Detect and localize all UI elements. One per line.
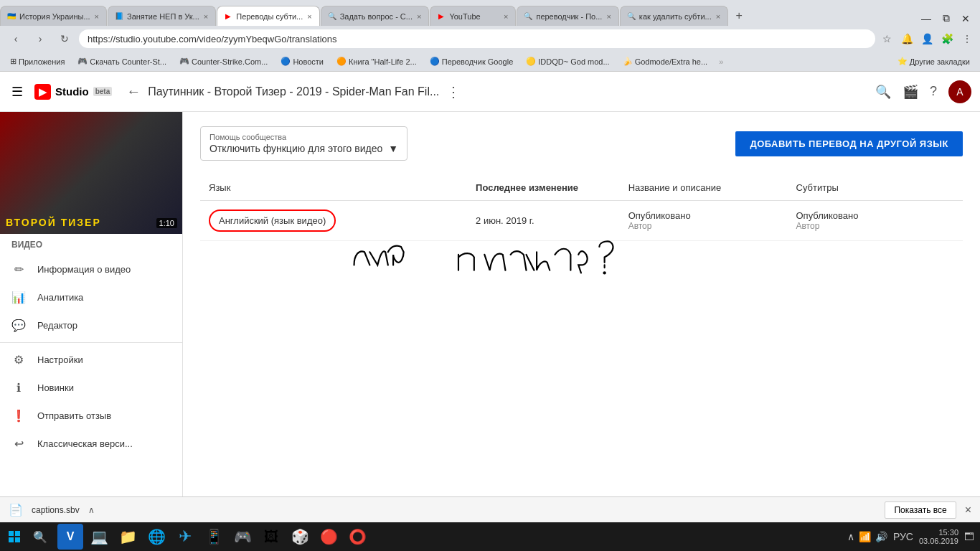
- taskbar-clock[interactable]: 15:30 03.06.2019: [919, 528, 958, 545]
- new-tab-button[interactable]: +: [729, 6, 749, 26]
- windows-logo: [9, 531, 20, 542]
- bookmark-counter-com[interactable]: 🎮 Counter-Strike.Com...: [175, 55, 272, 67]
- back-nav-button[interactable]: ‹: [6, 29, 26, 49]
- video-camera-icon[interactable]: 🎬: [903, 84, 918, 100]
- chrome-menu-icon[interactable]: ⋮: [960, 32, 974, 46]
- sidebar-item-analytics[interactable]: 📊 Аналитика: [0, 283, 182, 311]
- taskbar-app-telegram[interactable]: ✈: [172, 524, 198, 550]
- tab-perevodchik[interactable]: 🔍 переводчик - По... ×: [517, 6, 618, 26]
- tab-close-3[interactable]: ×: [306, 11, 313, 22]
- col-header-title: Название и описание: [620, 175, 788, 201]
- search-icon[interactable]: 🔍: [875, 84, 891, 100]
- address-icons: ☆ 🔔 👤 🧩 ⋮: [880, 32, 974, 46]
- tab-favicon-4: 🔍: [327, 11, 337, 22]
- header-more-button[interactable]: ⋮: [446, 83, 461, 100]
- svg-point-0: [603, 271, 606, 274]
- taskbar-app-viber[interactable]: 📱: [201, 524, 227, 550]
- taskbar-app-cortana[interactable]: 💻: [86, 524, 112, 550]
- taskbar-app-explorer[interactable]: 📁: [115, 524, 141, 550]
- sidebar-item-classic[interactable]: ↩ Классическая верси...: [0, 430, 182, 458]
- download-close-button[interactable]: ×: [965, 504, 971, 517]
- tab-close-5[interactable]: ×: [502, 11, 509, 22]
- title-status: Опубликовано Автор: [628, 210, 779, 231]
- sidebar-item-info[interactable]: ✏ Информация о видео: [0, 255, 182, 283]
- video-thumbnail[interactable]: ВТОРОЙ ТИЗЕР 1:10: [0, 112, 183, 234]
- taskbar-app-opera[interactable]: ⭕: [344, 524, 370, 550]
- bookmark-translate[interactable]: 🔵 Переводчик Google: [425, 55, 518, 67]
- bookmark-novosti[interactable]: 🔵 Новости: [276, 55, 328, 67]
- bookmark-counter-st[interactable]: 🎮 Скачать Counter-St...: [73, 55, 171, 67]
- header-right: 🔍 🎬 ? A: [875, 80, 971, 103]
- tab-close-4[interactable]: ×: [415, 11, 423, 22]
- tab-close-1[interactable]: ×: [93, 11, 100, 22]
- taskbar-apps: V 💻 📁 🌐 ✈ 📱 🎮 🖼 🎲 🔴 ⭕: [52, 524, 376, 550]
- download-filename: captions.sbv: [32, 505, 80, 515]
- tab-perevody[interactable]: ▶ Переводы субти... ×: [217, 6, 319, 26]
- close-button[interactable]: ✕: [957, 11, 974, 26]
- taskbar-app-game[interactable]: 🎲: [287, 524, 313, 550]
- taskbar-expand-icon[interactable]: ∧: [847, 531, 854, 542]
- tab-close-2[interactable]: ×: [202, 11, 209, 22]
- tab-zadat[interactable]: 🔍 Задать вопрос - С... ×: [321, 6, 430, 26]
- extension-icon[interactable]: 🧩: [940, 32, 954, 46]
- yt-studio-logo: ▶ Studio beta: [34, 84, 112, 100]
- dropdown-chevron-icon: ▼: [388, 143, 398, 154]
- tab-close-7[interactable]: ×: [715, 11, 722, 22]
- translations-table: Язык Последнее изменение Название и опис…: [200, 175, 963, 241]
- gear-icon: ⚙: [11, 353, 26, 367]
- taskbar-app-v[interactable]: V: [57, 524, 83, 550]
- taskbar-app-red[interactable]: 🔴: [316, 524, 341, 550]
- download-expand-button[interactable]: ∧: [88, 505, 95, 515]
- sidebar-settings-label: Настройки: [37, 354, 83, 365]
- minimize-button[interactable]: —: [917, 11, 936, 26]
- show-all-downloads-button[interactable]: Показать все: [885, 501, 956, 519]
- community-label: Помощь сообщества: [209, 133, 398, 141]
- sub-status-cell: Опубликовано Автор: [788, 201, 963, 241]
- address-input[interactable]: [79, 29, 875, 48]
- bookmark-iddqd[interactable]: 🟡 IDDQD~ God mod...: [522, 55, 613, 67]
- reload-button[interactable]: ↻: [55, 29, 75, 49]
- taskbar-search-button[interactable]: 🔍: [29, 522, 52, 551]
- table-row[interactable]: Английский (язык видео) 2 июн. 2019 г. О…: [200, 201, 963, 241]
- hamburger-menu[interactable]: ☰: [9, 81, 26, 103]
- volume-icon[interactable]: 🔊: [875, 531, 887, 542]
- bookmark-icon-2: 🎮: [179, 57, 189, 66]
- header-back-button[interactable]: ←: [126, 83, 141, 100]
- community-dropdown[interactable]: Помощь сообщества Отключить функцию для …: [200, 126, 407, 161]
- bookmark-star-icon[interactable]: ☆: [880, 32, 894, 46]
- language-indicator[interactable]: РУС: [893, 531, 913, 542]
- notification-center-icon[interactable]: 🗔: [964, 531, 974, 542]
- profile-icon[interactable]: 👤: [920, 32, 934, 46]
- date-cell: 2 июн. 2019 г.: [467, 201, 620, 241]
- taskbar-app-photos[interactable]: 🎮: [230, 524, 255, 550]
- user-avatar[interactable]: A: [948, 80, 971, 103]
- col-header-lang: Язык: [200, 175, 467, 201]
- tab-kak-udalit[interactable]: 🔍 как удалить субти... ×: [620, 6, 728, 26]
- add-translation-button[interactable]: ДОБАВИТЬ ПЕРЕВОД НА ДРУГОЙ ЯЗЫК: [735, 131, 963, 156]
- bookmark-apps[interactable]: ⊞ Приложения: [6, 55, 69, 67]
- start-button[interactable]: [0, 522, 29, 551]
- tab-historia[interactable]: 🇺🇦 История Украины... ×: [0, 6, 107, 26]
- sidebar-info-label: Информация о видео: [37, 264, 131, 275]
- bookmark-halflife[interactable]: 🟠 Книга "Half-Life 2...: [332, 55, 421, 67]
- tab-youtube[interactable]: ▶ YouTube ×: [430, 6, 516, 26]
- taskbar-app-photoshop[interactable]: 🖼: [258, 524, 284, 550]
- bookmark-other[interactable]: ⭐ Другие закладки: [893, 55, 974, 67]
- notification-icon[interactable]: 🔔: [900, 32, 914, 46]
- warning-icon: ❗: [11, 409, 26, 423]
- sidebar-item-editor[interactable]: 💬 Редактор: [0, 311, 182, 339]
- bookmark-godmode[interactable]: 🍌 Godmode/Extra he...: [618, 55, 712, 67]
- address-bar-row: ‹ › ↻ ☆ 🔔 👤 🧩 ⋮: [0, 26, 980, 52]
- sidebar-item-feedback[interactable]: ❗ Отправить отзыв: [0, 402, 182, 430]
- help-icon[interactable]: ?: [930, 84, 937, 99]
- sidebar-item-settings[interactable]: ⚙ Настройки: [0, 346, 182, 374]
- taskbar-app-chrome[interactable]: 🌐: [143, 524, 169, 550]
- restore-button[interactable]: ⧉: [938, 11, 954, 26]
- tab-zanatie[interactable]: 📘 Занятие НЕП в Ук... ×: [108, 6, 216, 26]
- col-header-date: Последнее изменение: [467, 175, 620, 201]
- tab-close-6[interactable]: ×: [605, 11, 612, 22]
- network-icon[interactable]: 📶: [859, 531, 871, 542]
- sidebar-item-whats-new[interactable]: ℹ Новинки: [0, 374, 182, 402]
- apps-icon: ⊞: [10, 57, 17, 66]
- forward-nav-button[interactable]: ›: [30, 29, 50, 49]
